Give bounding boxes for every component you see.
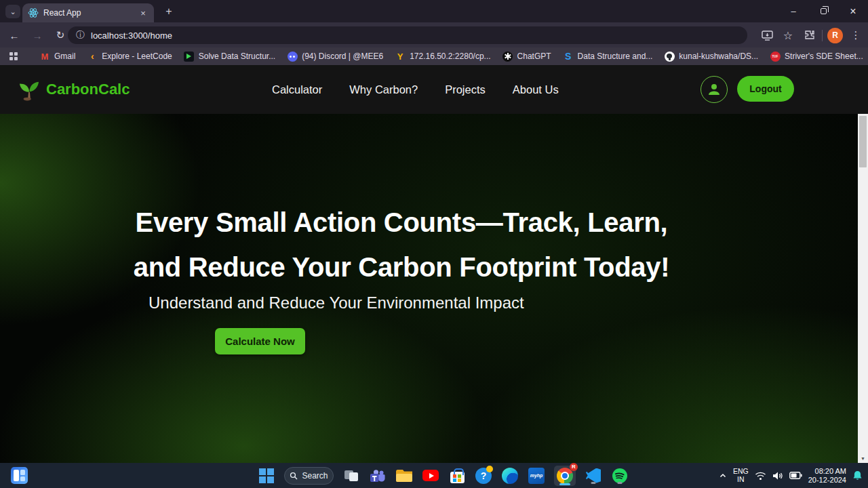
tab-title: React App xyxy=(43,8,133,18)
bookmark-leetcode[interactable]: ‹ Explore - LeetCode xyxy=(84,49,174,63)
restore-button[interactable] xyxy=(808,0,838,22)
system-tray: ENG IN 08:20 AM 20- xyxy=(719,463,863,488)
notification-bell-icon[interactable] xyxy=(852,470,863,481)
nav-about-us[interactable]: About Us xyxy=(513,83,559,96)
battery-icon[interactable] xyxy=(789,472,802,479)
calculate-now-button[interactable]: Calculate Now xyxy=(215,328,305,354)
install-app-icon[interactable] xyxy=(759,27,775,43)
tray-time: 08:20 AM xyxy=(808,467,846,476)
active-app-indicator xyxy=(559,483,570,485)
local-site-icon: Y xyxy=(395,51,406,62)
taskbar-center: Search ? myhp xyxy=(258,463,629,488)
tab-strip: ⌄ React App × + – × xyxy=(0,0,868,22)
widgets-icon[interactable] xyxy=(11,467,28,484)
search-icon xyxy=(290,472,298,480)
nav-why-carbon[interactable]: Why Carbon? xyxy=(349,83,418,96)
vscode-icon[interactable] xyxy=(585,467,602,485)
search-label: Search xyxy=(302,471,328,481)
windows-taskbar: Search ? myhp xyxy=(0,463,868,488)
back-icon[interactable]: ← xyxy=(5,26,23,44)
file-explorer-icon[interactable] xyxy=(395,467,413,485)
myhp-icon[interactable]: myhp xyxy=(528,467,545,485)
microsoft-store-icon[interactable] xyxy=(448,467,466,485)
bookmark-star-icon[interactable]: ☆ xyxy=(780,27,796,43)
forward-icon[interactable]: → xyxy=(28,26,46,44)
get-help-icon[interactable]: ? xyxy=(475,467,492,485)
browser-profile-avatar[interactable]: R xyxy=(827,28,843,43)
brand-name: CarbonCalc xyxy=(46,81,130,98)
tray-date: 20-12-2024 xyxy=(808,476,846,485)
gmail-icon: M xyxy=(39,51,50,62)
bookmark-chatgpt[interactable]: ChatGPT xyxy=(500,49,554,63)
taskbar-search[interactable]: Search xyxy=(284,467,334,485)
browser-tab[interactable]: React App × xyxy=(22,3,154,22)
reload-icon[interactable]: ↻ xyxy=(52,26,69,44)
brand[interactable]: CarbonCalc xyxy=(19,65,130,114)
tab-search-chevron-icon[interactable]: ⌄ xyxy=(5,5,20,18)
minimize-button[interactable]: – xyxy=(778,0,808,22)
github-icon xyxy=(665,52,675,62)
person-icon xyxy=(706,81,722,98)
site-header: CarbonCalc Calculator Why Carbon? Projec… xyxy=(0,65,868,114)
page-scrollbar[interactable]: ▼ xyxy=(858,114,868,463)
window-controls: – × xyxy=(778,0,868,22)
scaler-icon: S xyxy=(563,51,574,62)
running-app-indicator xyxy=(591,482,596,484)
tray-chevron-up-icon[interactable] xyxy=(719,472,727,480)
windows-logo-icon xyxy=(259,468,274,483)
toolbar-actions: ☆ R ⋮ xyxy=(759,26,864,44)
react-icon xyxy=(28,7,39,18)
teams-icon[interactable] xyxy=(369,467,387,485)
neetcode-icon xyxy=(184,52,194,62)
volume-icon[interactable] xyxy=(772,471,783,481)
chatgpt-icon xyxy=(502,52,513,62)
chrome-icon-active[interactable]: R xyxy=(554,466,576,486)
nav-calculator[interactable]: Calculator xyxy=(272,83,322,96)
new-tab-button[interactable]: + xyxy=(161,5,176,18)
hero-section: Every Small Action Counts—Track, Learn, … xyxy=(0,114,868,463)
edge-icon[interactable] xyxy=(501,467,519,485)
bookmark-neetcode[interactable]: Solve Data Structur... xyxy=(181,49,278,63)
logout-button[interactable]: Logout xyxy=(737,76,794,102)
bookmark-github[interactable]: kunal-kushwaha/DS... xyxy=(661,49,761,63)
bookmark-scaler[interactable]: S Data Structure and... xyxy=(560,49,656,63)
takeuforward-icon: TUF xyxy=(770,52,781,62)
hero-heading-line2: and Reduce Your Carbon Footprint Today! xyxy=(0,252,803,283)
address-bar[interactable]: ⓘ localhost:3000/home xyxy=(68,26,747,44)
scrollbar-thumb[interactable] xyxy=(859,116,867,167)
tab-close-icon[interactable]: × xyxy=(138,7,149,18)
start-button[interactable] xyxy=(258,467,275,485)
extensions-puzzle-icon[interactable] xyxy=(801,27,817,43)
toolbar-divider xyxy=(822,30,823,41)
site-info-icon[interactable]: ⓘ xyxy=(76,29,85,41)
user-avatar[interactable] xyxy=(701,76,728,103)
bookmark-gmail[interactable]: M Gmail xyxy=(37,49,78,63)
discord-icon xyxy=(288,52,298,62)
youtube-icon[interactable] xyxy=(422,467,439,485)
task-view-icon[interactable] xyxy=(342,467,360,485)
chrome-menu-icon[interactable]: ⋮ xyxy=(848,27,864,43)
bookmark-local-judge[interactable]: Y 172.16.50.2:2280/cp... xyxy=(392,49,493,63)
scrollbar-down-arrow-icon[interactable]: ▼ xyxy=(858,456,868,461)
nav-projects[interactable]: Projects xyxy=(445,83,486,96)
hero-heading-line1: Every Small Action Counts—Track, Learn, xyxy=(0,207,803,238)
bookmarks-bar: M Gmail ‹ Explore - LeetCode Solve Data … xyxy=(0,47,868,65)
leetcode-icon: ‹ xyxy=(87,51,98,62)
bookmark-discord[interactable]: (94) Discord | @MEE6 xyxy=(284,49,386,63)
site-nav: Calculator Why Carbon? Projects About Us xyxy=(272,65,559,114)
wifi-icon[interactable] xyxy=(755,471,766,481)
bookmark-tuf[interactable]: TUF Striver's SDE Sheet... xyxy=(767,49,866,63)
spotify-icon[interactable] xyxy=(611,467,629,485)
language-indicator[interactable]: ENG IN xyxy=(733,468,749,483)
restore-icon xyxy=(821,8,827,14)
seedling-logo-icon xyxy=(19,78,39,101)
chrome-profile-badge: R xyxy=(570,463,578,471)
clock[interactable]: 08:20 AM 20-12-2024 xyxy=(808,467,846,484)
hero-subtitle: Understand and Reduce Your Environmental… xyxy=(149,293,524,312)
close-button[interactable]: × xyxy=(838,0,868,22)
apps-grid-icon[interactable] xyxy=(8,51,19,62)
url-text: localhost:3000/home xyxy=(91,30,172,41)
browser-toolbar: ← → ↻ ⓘ localhost:3000/home ☆ R ⋮ xyxy=(0,22,868,47)
running-app-indicator xyxy=(618,482,623,484)
